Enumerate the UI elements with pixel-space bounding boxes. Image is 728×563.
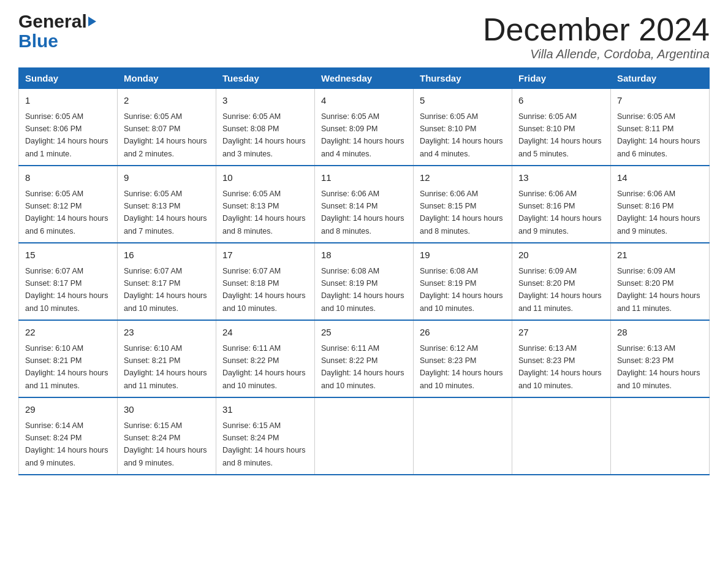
logo-blue-text: Blue (18, 31, 58, 51)
day-info: Sunrise: 6:05 AMSunset: 8:08 PMDaylight:… (222, 112, 306, 158)
calendar-subtitle: Villa Allende, Cordoba, Argentina (483, 47, 710, 61)
calendar-week-row-2: 8 Sunrise: 6:05 AMSunset: 8:12 PMDayligh… (19, 166, 710, 243)
day-info: Sunrise: 6:07 AMSunset: 8:17 PMDaylight:… (25, 267, 108, 313)
calendar-cell: 31 Sunrise: 6:15 AMSunset: 8:24 PMDaylig… (216, 397, 315, 475)
day-info: Sunrise: 6:07 AMSunset: 8:17 PMDaylight:… (124, 267, 207, 313)
day-info: Sunrise: 6:08 AMSunset: 8:19 PMDaylight:… (321, 267, 404, 313)
calendar-cell: 19 Sunrise: 6:08 AMSunset: 8:19 PMDaylig… (414, 243, 512, 320)
day-number: 17 (222, 248, 308, 262)
logo-general-text: General (18, 12, 87, 31)
calendar-header-row: SundayMondayTuesdayWednesdayThursdayFrid… (19, 68, 710, 89)
day-info: Sunrise: 6:07 AMSunset: 8:18 PMDaylight:… (222, 267, 306, 313)
day-info: Sunrise: 6:05 AMSunset: 8:11 PMDaylight:… (617, 112, 700, 158)
calendar-cell: 26 Sunrise: 6:12 AMSunset: 8:23 PMDaylig… (414, 320, 512, 397)
calendar-week-row-5: 29 Sunrise: 6:14 AMSunset: 8:24 PMDaylig… (19, 397, 710, 475)
day-info: Sunrise: 6:06 AMSunset: 8:15 PMDaylight:… (420, 190, 503, 236)
calendar-cell: 17 Sunrise: 6:07 AMSunset: 8:18 PMDaylig… (216, 243, 315, 320)
day-info: Sunrise: 6:10 AMSunset: 8:21 PMDaylight:… (124, 344, 207, 390)
day-info: Sunrise: 6:12 AMSunset: 8:23 PMDaylight:… (420, 344, 503, 390)
calendar-title: December 2024 (483, 12, 710, 47)
column-header-monday: Monday (118, 68, 216, 89)
day-info: Sunrise: 6:05 AMSunset: 8:07 PMDaylight:… (124, 112, 207, 158)
calendar-cell: 29 Sunrise: 6:14 AMSunset: 8:24 PMDaylig… (19, 397, 118, 475)
day-number: 10 (222, 171, 308, 185)
calendar-cell: 4 Sunrise: 6:05 AMSunset: 8:09 PMDayligh… (315, 89, 414, 166)
day-info: Sunrise: 6:15 AMSunset: 8:24 PMDaylight:… (124, 421, 207, 467)
logo: General Blue (18, 12, 97, 52)
day-number: 2 (124, 94, 210, 108)
day-number: 1 (25, 94, 111, 108)
day-number: 25 (321, 326, 407, 340)
day-number: 27 (518, 326, 604, 340)
calendar-cell: 23 Sunrise: 6:10 AMSunset: 8:21 PMDaylig… (118, 320, 216, 397)
day-number: 16 (124, 248, 210, 262)
day-info: Sunrise: 6:10 AMSunset: 8:21 PMDaylight:… (25, 344, 108, 390)
calendar-cell: 27 Sunrise: 6:13 AMSunset: 8:23 PMDaylig… (512, 320, 611, 397)
calendar-week-row-3: 15 Sunrise: 6:07 AMSunset: 8:17 PMDaylig… (19, 243, 710, 320)
day-number: 7 (617, 94, 703, 108)
calendar-week-row-4: 22 Sunrise: 6:10 AMSunset: 8:21 PMDaylig… (19, 320, 710, 397)
day-info: Sunrise: 6:05 AMSunset: 8:13 PMDaylight:… (124, 190, 207, 236)
logo-arrow-icon (88, 17, 96, 26)
calendar-cell: 5 Sunrise: 6:05 AMSunset: 8:10 PMDayligh… (414, 89, 512, 166)
calendar-cell: 8 Sunrise: 6:05 AMSunset: 8:12 PMDayligh… (19, 166, 118, 243)
day-number: 24 (222, 326, 308, 340)
calendar-cell: 30 Sunrise: 6:15 AMSunset: 8:24 PMDaylig… (118, 397, 216, 475)
day-number: 4 (321, 94, 407, 108)
day-info: Sunrise: 6:06 AMSunset: 8:16 PMDaylight:… (518, 190, 602, 236)
calendar-cell: 21 Sunrise: 6:09 AMSunset: 8:20 PMDaylig… (611, 243, 710, 320)
day-number: 26 (420, 326, 506, 340)
calendar-cell: 1 Sunrise: 6:05 AMSunset: 8:06 PMDayligh… (19, 89, 118, 166)
day-number: 21 (617, 248, 703, 262)
calendar-cell: 16 Sunrise: 6:07 AMSunset: 8:17 PMDaylig… (118, 243, 216, 320)
calendar-cell: 28 Sunrise: 6:13 AMSunset: 8:23 PMDaylig… (611, 320, 710, 397)
day-number: 28 (617, 326, 703, 340)
day-info: Sunrise: 6:09 AMSunset: 8:20 PMDaylight:… (617, 267, 700, 313)
day-info: Sunrise: 6:06 AMSunset: 8:16 PMDaylight:… (617, 190, 700, 236)
day-number: 8 (25, 171, 111, 185)
day-number: 6 (518, 94, 604, 108)
day-info: Sunrise: 6:13 AMSunset: 8:23 PMDaylight:… (518, 344, 602, 390)
calendar-cell: 3 Sunrise: 6:05 AMSunset: 8:08 PMDayligh… (216, 89, 315, 166)
day-info: Sunrise: 6:11 AMSunset: 8:22 PMDaylight:… (222, 344, 306, 390)
column-header-thursday: Thursday (414, 68, 512, 89)
calendar-cell (512, 397, 611, 475)
day-number: 11 (321, 171, 407, 185)
day-number: 29 (25, 403, 111, 417)
calendar-cell: 22 Sunrise: 6:10 AMSunset: 8:21 PMDaylig… (19, 320, 118, 397)
day-number: 14 (617, 171, 703, 185)
column-header-sunday: Sunday (19, 68, 118, 89)
day-info: Sunrise: 6:06 AMSunset: 8:14 PMDaylight:… (321, 190, 404, 236)
calendar-cell: 6 Sunrise: 6:05 AMSunset: 8:10 PMDayligh… (512, 89, 611, 166)
day-info: Sunrise: 6:11 AMSunset: 8:22 PMDaylight:… (321, 344, 404, 390)
day-info: Sunrise: 6:14 AMSunset: 8:24 PMDaylight:… (25, 421, 108, 467)
day-info: Sunrise: 6:05 AMSunset: 8:10 PMDaylight:… (518, 112, 602, 158)
calendar-cell: 7 Sunrise: 6:05 AMSunset: 8:11 PMDayligh… (611, 89, 710, 166)
day-info: Sunrise: 6:05 AMSunset: 8:10 PMDaylight:… (420, 112, 503, 158)
calendar-cell: 20 Sunrise: 6:09 AMSunset: 8:20 PMDaylig… (512, 243, 611, 320)
calendar-cell: 9 Sunrise: 6:05 AMSunset: 8:13 PMDayligh… (118, 166, 216, 243)
day-info: Sunrise: 6:05 AMSunset: 8:06 PMDaylight:… (25, 112, 108, 158)
day-number: 13 (518, 171, 604, 185)
day-number: 30 (124, 403, 210, 417)
day-number: 31 (222, 403, 308, 417)
day-info: Sunrise: 6:13 AMSunset: 8:23 PMDaylight:… (617, 344, 700, 390)
calendar-cell: 10 Sunrise: 6:05 AMSunset: 8:13 PMDaylig… (216, 166, 315, 243)
day-number: 3 (222, 94, 308, 108)
calendar-week-row-1: 1 Sunrise: 6:05 AMSunset: 8:06 PMDayligh… (19, 89, 710, 166)
calendar-cell: 18 Sunrise: 6:08 AMSunset: 8:19 PMDaylig… (315, 243, 414, 320)
day-number: 19 (420, 248, 506, 262)
calendar-cell (611, 397, 710, 475)
day-number: 18 (321, 248, 407, 262)
column-header-tuesday: Tuesday (216, 68, 315, 89)
calendar-cell: 15 Sunrise: 6:07 AMSunset: 8:17 PMDaylig… (19, 243, 118, 320)
calendar-cell: 25 Sunrise: 6:11 AMSunset: 8:22 PMDaylig… (315, 320, 414, 397)
column-header-friday: Friday (512, 68, 611, 89)
day-number: 9 (124, 171, 210, 185)
day-info: Sunrise: 6:15 AMSunset: 8:24 PMDaylight:… (222, 421, 306, 467)
title-block: December 2024 Villa Allende, Cordoba, Ar… (483, 12, 710, 61)
day-number: 15 (25, 248, 111, 262)
column-header-wednesday: Wednesday (315, 68, 414, 89)
day-number: 22 (25, 326, 111, 340)
day-number: 20 (518, 248, 604, 262)
